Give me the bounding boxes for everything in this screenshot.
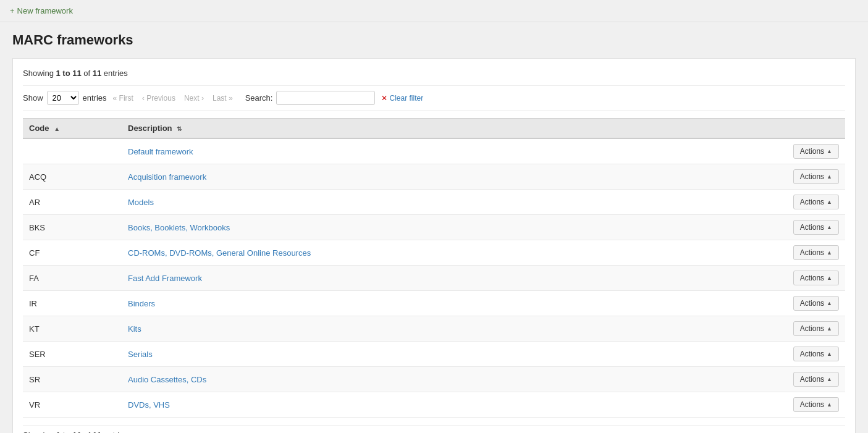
row-description[interactable]: Serials (122, 342, 765, 367)
entries-select[interactable]: 10 20 50 100 (47, 91, 79, 105)
previous-page-button[interactable]: ‹ Previous (140, 93, 178, 104)
col-header-actions (765, 119, 845, 139)
table-row: VRDVDs, VHSActions ▲ (23, 392, 845, 418)
bottom-showing-of: of (82, 431, 93, 433)
clear-filter-button[interactable]: ✕Clear filter (379, 93, 426, 104)
last-page-button[interactable]: Last » (210, 93, 235, 104)
bottom-showing-info: Showing 1 to 11 of 11 entries (23, 431, 128, 433)
row-description[interactable]: Models (122, 190, 765, 215)
actions-label: Actions (800, 400, 824, 409)
row-code (23, 138, 122, 164)
actions-caret-icon: ▲ (827, 250, 832, 256)
row-code: BKS (23, 215, 122, 240)
frameworks-table: Code ▲ Description ⇅ Default frameworkAc… (23, 118, 845, 418)
actions-caret-icon: ▲ (827, 199, 832, 205)
actions-label: Actions (800, 324, 824, 333)
bottom-showing-range: 1 to 11 (56, 431, 81, 433)
row-description[interactable]: Acquisition framework (122, 164, 765, 190)
row-description[interactable]: Binders (122, 291, 765, 316)
row-code: SR (23, 367, 122, 392)
row-code: ACQ (23, 164, 122, 190)
first-page-button[interactable]: « First (111, 93, 136, 104)
row-actions-cell: Actions ▲ (765, 392, 845, 418)
clear-filter-label: Clear filter (389, 94, 423, 103)
actions-label: Actions (800, 350, 824, 358)
actions-button[interactable]: Actions ▲ (793, 397, 839, 412)
table-row: IRBindersActions ▲ (23, 291, 845, 316)
bottom-controls: Showing 1 to 11 of 11 entries « First ‹ … (23, 425, 845, 433)
actions-label: Actions (800, 274, 824, 282)
table-row: BKSBooks, Booklets, WorkbooksActions ▲ (23, 215, 845, 240)
search-label: Search: (245, 93, 273, 103)
actions-caret-icon: ▲ (827, 401, 832, 408)
row-code: CF (23, 240, 122, 266)
row-description[interactable]: DVDs, VHS (122, 392, 765, 418)
row-description[interactable]: Kits (122, 316, 765, 342)
actions-label: Actions (800, 248, 824, 257)
plus-icon: + (10, 6, 15, 15)
sort-icon-code: ▲ (54, 125, 60, 132)
table-header-row: Code ▲ Description ⇅ (23, 119, 845, 139)
actions-button[interactable]: Actions ▲ (793, 220, 839, 235)
showing-suffix: entries (101, 69, 128, 78)
row-actions-cell: Actions ▲ (765, 367, 845, 392)
actions-button[interactable]: Actions ▲ (793, 321, 839, 336)
table-row: SERSerialsActions ▲ (23, 342, 845, 367)
row-description[interactable]: Audio Cassettes, CDs (122, 367, 765, 392)
page-title: MARC frameworks (12, 32, 856, 48)
table-row: SRAudio Cassettes, CDsActions ▲ (23, 367, 845, 392)
actions-button[interactable]: Actions ▲ (793, 347, 839, 361)
new-framework-label: New framework (17, 6, 73, 15)
main-content: MARC frameworks Showing 1 to 11 of 11 en… (0, 22, 868, 433)
showing-info-top: Showing 1 to 11 of 11 entries (23, 69, 845, 78)
actions-button[interactable]: Actions ▲ (793, 245, 839, 260)
row-actions-cell: Actions ▲ (765, 240, 845, 266)
row-code: FA (23, 266, 122, 291)
actions-label: Actions (800, 375, 824, 384)
row-actions-cell: Actions ▲ (765, 316, 845, 342)
row-code: IR (23, 291, 122, 316)
showing-count: 11 (93, 69, 101, 78)
row-actions-cell: Actions ▲ (765, 190, 845, 215)
next-page-button[interactable]: Next › (182, 93, 206, 104)
row-actions-cell: Actions ▲ (765, 164, 845, 190)
entries-label: entries (83, 93, 107, 103)
row-code: SER (23, 342, 122, 367)
x-icon: ✕ (381, 94, 387, 103)
row-actions-cell: Actions ▲ (765, 266, 845, 291)
table-row: ACQAcquisition frameworkActions ▲ (23, 164, 845, 190)
new-framework-link[interactable]: +New framework (10, 6, 73, 15)
row-actions-cell: Actions ▲ (765, 342, 845, 367)
actions-caret-icon: ▲ (827, 224, 832, 230)
actions-caret-icon: ▲ (827, 376, 832, 382)
actions-caret-icon: ▲ (827, 275, 832, 281)
row-actions-cell: Actions ▲ (765, 291, 845, 316)
actions-label: Actions (800, 172, 824, 181)
showing-prefix: Showing (23, 69, 56, 78)
table-row: KTKitsActions ▲ (23, 316, 845, 342)
row-description[interactable]: Default framework (122, 138, 765, 164)
col-desc-label: Description (128, 124, 172, 133)
sort-icon-desc: ⇅ (177, 125, 182, 132)
actions-button[interactable]: Actions ▲ (793, 144, 839, 159)
bottom-showing-suffix: entries (101, 431, 128, 433)
actions-button[interactable]: Actions ▲ (793, 271, 839, 285)
row-code: KT (23, 316, 122, 342)
col-header-description[interactable]: Description ⇅ (122, 119, 765, 139)
search-input[interactable] (276, 91, 375, 105)
actions-label: Actions (800, 198, 824, 206)
col-code-label: Code (29, 124, 49, 133)
row-description[interactable]: CD-ROMs, DVD-ROMs, General Online Resour… (122, 240, 765, 266)
table-row: CFCD-ROMs, DVD-ROMs, General Online Reso… (23, 240, 845, 266)
actions-button[interactable]: Actions ▲ (793, 296, 839, 311)
table-row: ARModelsActions ▲ (23, 190, 845, 215)
row-description[interactable]: Books, Booklets, Workbooks (122, 215, 765, 240)
row-description[interactable]: Fast Add Framework (122, 266, 765, 291)
actions-button[interactable]: Actions ▲ (793, 169, 839, 184)
actions-button[interactable]: Actions ▲ (793, 372, 839, 387)
actions-caret-icon: ▲ (827, 351, 832, 357)
table-controls: Show 10 20 50 100 entries « First ‹ Prev… (23, 85, 845, 111)
col-header-code[interactable]: Code ▲ (23, 119, 122, 139)
top-bar: +New framework (0, 0, 868, 22)
actions-button[interactable]: Actions ▲ (793, 195, 839, 209)
